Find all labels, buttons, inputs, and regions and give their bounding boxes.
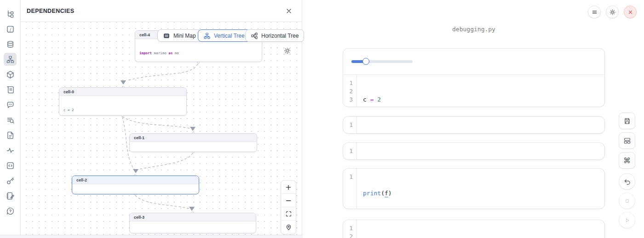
close-icon xyxy=(285,7,293,15)
code-editor[interactable]: 1 f = 20 + c + b xyxy=(343,143,604,160)
run-button[interactable] xyxy=(619,212,635,228)
code-content: c = 2 slider = mo.ui.slider(0, 100, valu… xyxy=(357,75,500,107)
code-editor[interactable]: 1 print(f) xyxy=(343,169,604,209)
slider-thumb[interactable] xyxy=(362,58,369,65)
dependencies-panel-header: DEPENDENCIES xyxy=(21,0,302,22)
sidebar-item-documentation[interactable] xyxy=(4,83,17,96)
notebook-cell-b[interactable]: 1 b = slider.value xyxy=(343,116,605,134)
command-key-icon: ⌘ xyxy=(623,156,631,165)
code-content: print(f) xyxy=(357,169,392,209)
minimap-view-button[interactable]: Mini Map xyxy=(157,29,201,42)
layout-toggle-button[interactable] xyxy=(619,132,635,149)
sidebar-item-secrets[interactable] xyxy=(4,174,17,187)
graph-node-title: cell-3 xyxy=(130,213,256,221)
code-editor[interactable]: 1 2 import marimo as mo xyxy=(343,220,604,238)
scroll-icon xyxy=(6,85,15,94)
fit-view-button[interactable] xyxy=(281,207,296,221)
sidebar-item-packages[interactable] xyxy=(4,68,17,81)
svg-text:?: ? xyxy=(9,209,11,213)
arrowhead xyxy=(121,80,126,85)
sidebar-item-scratchpad[interactable] xyxy=(4,159,17,172)
stop-icon xyxy=(623,197,631,205)
graph-node-cell-1[interactable]: cell-1 b = slider.value xyxy=(129,133,257,152)
sidebar-item-tracing[interactable] xyxy=(4,144,17,157)
graph-node-cell-3[interactable]: cell-3 print(f) xyxy=(129,213,256,233)
arrowhead xyxy=(133,169,138,173)
notebook-cell-f[interactable]: 1 f = 20 + c + b xyxy=(343,142,605,160)
graph-node-code: import marimo as mo a = 20 xyxy=(135,39,262,62)
line-number-gutter: 1 xyxy=(343,143,357,160)
vertical-tree-view-label: Vertical Tree xyxy=(214,33,245,39)
notebook-filename[interactable]: debugging.py xyxy=(343,26,605,33)
slider-output-area xyxy=(343,49,604,74)
graph-zoom-controls: + − xyxy=(281,180,296,234)
zoom-out-button[interactable]: − xyxy=(281,194,296,207)
sidebar-item-variables[interactable]: f xyxy=(4,23,17,35)
graph-node-code: f = 20 + c + b xyxy=(72,184,199,194)
undo-button[interactable] xyxy=(619,173,635,190)
code-box-icon xyxy=(6,161,15,170)
panel-title: DEPENDENCIES xyxy=(27,8,74,14)
graph-node-title: cell-1 xyxy=(130,134,257,142)
code-editor[interactable]: 1 2 3 c = 2 slider = mo.ui.slider(0, 100… xyxy=(343,74,604,107)
minimap-view-label: Mini Map xyxy=(173,33,196,39)
help-icon: ? xyxy=(6,207,15,215)
code-content: b = slider.value xyxy=(357,117,420,134)
file-tree-icon xyxy=(6,10,15,18)
graph-node-cell-2[interactable]: cell-2 f = 20 + c + b xyxy=(72,176,199,194)
edge-cell2-cell3 xyxy=(135,195,190,209)
variables-icon: f xyxy=(6,25,15,34)
sidebar-item-help[interactable]: ? xyxy=(4,204,17,217)
gear-icon xyxy=(609,9,616,16)
sidebar-item-datasources[interactable] xyxy=(4,38,17,51)
chat-bubble-icon xyxy=(6,101,15,109)
helper-icon-rail: f xyxy=(0,0,21,235)
panel-close-button[interactable] xyxy=(285,7,293,15)
document-icon xyxy=(6,131,15,140)
vertical-tree-icon xyxy=(203,32,211,40)
save-button[interactable] xyxy=(619,113,635,129)
notebook-settings-button[interactable] xyxy=(606,6,619,18)
graph-node-cell-0[interactable]: cell-0 c = 2 slider = mo.ui.slider(0, 10… xyxy=(59,87,187,116)
notebook-pen-icon xyxy=(6,192,15,200)
notebook-cell-print[interactable]: 1 print(f) 42 xyxy=(343,168,605,209)
svg-text:f: f xyxy=(10,27,12,31)
horizontal-tree-view-button[interactable]: Horizontal Tree xyxy=(245,29,304,42)
notebook-cell-slider[interactable]: 1 2 3 c = 2 slider = mo.ui.slider(0, 100… xyxy=(343,48,605,107)
sidebar-item-outline[interactable] xyxy=(4,113,17,126)
sidebar-item-dependencies[interactable] xyxy=(4,53,17,66)
vertical-tree-view-button[interactable]: Vertical Tree xyxy=(198,29,250,42)
zoom-in-button[interactable]: + xyxy=(281,181,296,194)
map-pin-icon xyxy=(285,224,292,231)
edge-cell4-cell0 xyxy=(127,64,198,80)
shutdown-button[interactable] xyxy=(624,6,637,18)
graph-node-title: cell-2 xyxy=(72,176,199,184)
key-icon xyxy=(6,176,15,185)
graph-node-code: b = slider.value xyxy=(130,142,257,152)
notebook-cell-import[interactable]: 1 2 import marimo as mo xyxy=(343,220,605,238)
locate-node-button[interactable] xyxy=(281,221,296,234)
marimo-app: f xyxy=(0,0,644,238)
sidebar-item-chat[interactable] xyxy=(4,98,17,111)
arrowhead xyxy=(190,127,196,131)
slider-widget[interactable] xyxy=(351,60,413,63)
arrowhead xyxy=(189,207,195,211)
list-search-icon xyxy=(6,116,15,125)
edge-cell0-cell1 xyxy=(122,117,191,129)
minus-icon: − xyxy=(285,196,291,205)
line-number-gutter: 1 2 xyxy=(343,220,357,238)
graph-settings-button[interactable] xyxy=(283,47,291,57)
notebook-menu-button[interactable] xyxy=(588,6,601,18)
code-editor[interactable]: 1 b = slider.value xyxy=(343,117,604,134)
database-icon xyxy=(6,40,15,49)
plus-icon: + xyxy=(285,183,291,192)
sidebar-item-snippets[interactable] xyxy=(4,129,17,142)
horizontal-tree-view-label: Horizontal Tree xyxy=(261,33,299,39)
sidebar-item-notebook-log[interactable] xyxy=(4,189,17,202)
graph-node-code: c = 2 slider = mo.ui.slider(0, 100, valu… xyxy=(59,96,186,116)
code-content: import marimo as mo xyxy=(357,220,431,238)
dependency-graph-canvas[interactable]: cell-4 import marimo as mo a = 20 cell-0… xyxy=(21,22,302,235)
stop-button[interactable] xyxy=(619,193,635,209)
keyboard-shortcuts-button[interactable]: ⌘ xyxy=(619,152,635,169)
sidebar-item-file-explorer[interactable] xyxy=(4,7,17,20)
